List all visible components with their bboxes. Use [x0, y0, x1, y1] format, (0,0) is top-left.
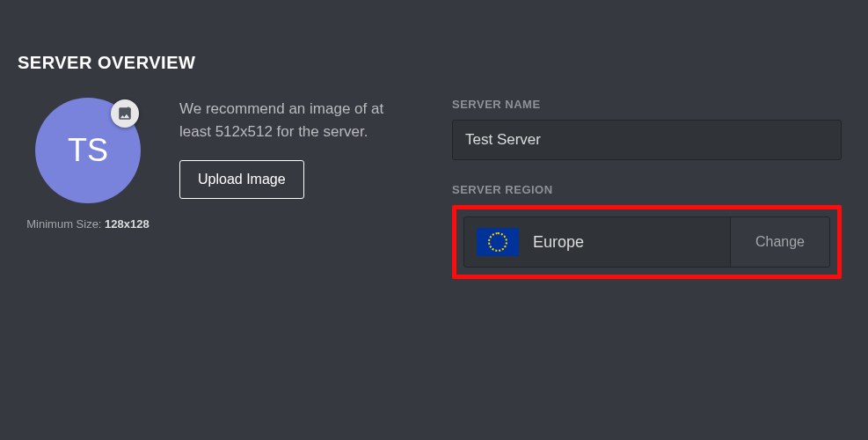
server-region-name: Europe: [533, 233, 584, 252]
page-title: SERVER OVERVIEW: [18, 53, 850, 73]
server-region-row: Europe Change: [463, 216, 830, 268]
upload-image-icon[interactable]: [111, 99, 139, 128]
upload-recommendation-text: We recommend an image of at least 512x51…: [179, 98, 417, 143]
server-avatar-initials: TS: [68, 132, 108, 169]
eu-flag-icon: [477, 228, 519, 256]
server-region-display: Europe: [464, 217, 730, 267]
minimum-size-label: Minimum Size: 128x128: [26, 217, 149, 231]
server-region-label: SERVER REGION: [452, 183, 842, 196]
upload-image-button[interactable]: Upload Image: [179, 160, 304, 199]
server-region-highlight: Europe Change: [452, 205, 842, 279]
change-region-button[interactable]: Change: [730, 217, 829, 267]
server-name-input[interactable]: [452, 120, 842, 160]
server-name-label: SERVER NAME: [452, 98, 842, 111]
image-upload-glyph-icon: [117, 106, 133, 121]
